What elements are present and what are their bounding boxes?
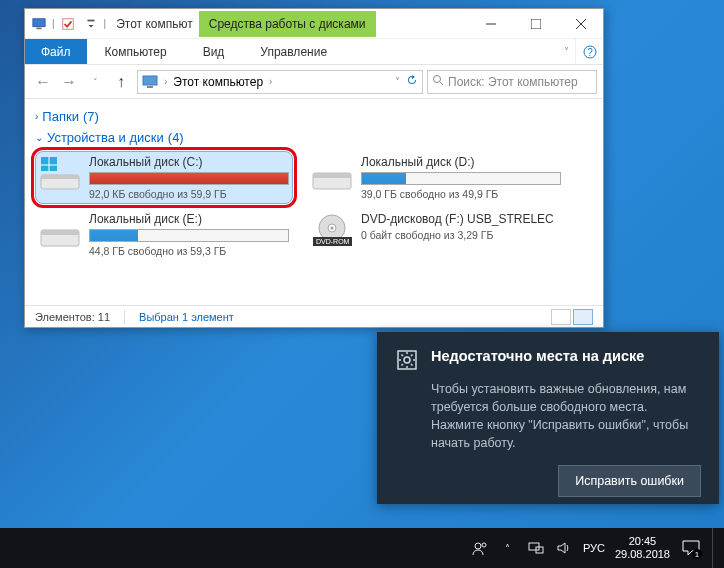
svg-point-26 — [475, 543, 481, 549]
svg-point-12 — [434, 76, 441, 83]
drive-capacity-bar — [361, 172, 561, 185]
drive-status: 92,0 КБ свободно из 59,9 ГБ — [89, 188, 289, 200]
taskbar-date: 29.08.2018 — [615, 548, 670, 561]
nav-history-button[interactable]: ˅ — [83, 70, 107, 94]
drive-name: Локальный диск (D:) — [361, 155, 561, 169]
checkbox-icon[interactable] — [58, 14, 78, 34]
view-tiles-button[interactable] — [573, 309, 593, 325]
qatoolbar-separator: | — [104, 18, 107, 29]
taskbar: ˄ РУС 20:45 29.08.2018 1 — [0, 528, 724, 568]
tab-computer[interactable]: Компьютер — [87, 39, 185, 64]
drive-status: 44,8 ГБ свободно из 59,3 ГБ — [89, 245, 289, 257]
qatoolbar-separator: | — [52, 18, 55, 29]
svg-rect-2 — [62, 18, 73, 29]
status-elements: Элементов: 11 — [35, 311, 110, 323]
window-title: Этот компьют — [116, 17, 193, 31]
drive-status: 0 байт свободно из 3,29 ГБ — [361, 229, 561, 241]
address-dropdown-icon[interactable]: ˅ — [395, 76, 400, 87]
language-indicator[interactable]: РУС — [583, 542, 605, 554]
drive-capacity-bar — [89, 229, 289, 242]
nav-up-button[interactable]: ↑ — [109, 70, 133, 94]
svg-point-27 — [482, 543, 486, 547]
svg-rect-0 — [33, 18, 45, 26]
refresh-icon[interactable] — [406, 74, 418, 89]
drive-c[interactable]: Локальный диск (C:) 92,0 КБ свободно из … — [35, 151, 293, 204]
thispc-icon — [29, 14, 49, 34]
close-button[interactable] — [558, 9, 603, 39]
svg-rect-18 — [313, 173, 351, 178]
svg-rect-20 — [41, 230, 79, 235]
svg-rect-3 — [87, 19, 94, 21]
chevron-down-icon: ⌄ — [35, 132, 43, 143]
explorer-window: | | Этот компьют Средства работы с диска… — [24, 8, 604, 328]
svg-point-25 — [404, 357, 410, 363]
ribbon-expand-icon[interactable]: ˅ — [558, 39, 575, 64]
ribbon-tabs: Файл Компьютер Вид Управление ˅ ? — [25, 39, 603, 65]
drive-d[interactable]: Локальный диск (D:) 39,0 ГБ свободно из … — [307, 151, 565, 204]
drive-icon — [39, 212, 81, 248]
ribbon-contextual-tab[interactable]: Средства работы с дисками — [199, 11, 376, 37]
thispc-icon — [142, 74, 158, 90]
group-count: (4) — [168, 130, 184, 145]
svg-text:?: ? — [587, 47, 593, 58]
drive-f-dvd[interactable]: DVD-ROM DVD-дисковод (F:) USB_STRELEC 0 … — [307, 208, 565, 261]
content-area: › Папки (7) ⌄ Устройства и диски (4) Лок… — [25, 99, 603, 307]
minimize-button[interactable] — [468, 9, 513, 39]
settings-icon — [395, 348, 419, 372]
notification-badge: 1 — [692, 549, 702, 559]
group-count: (7) — [83, 109, 99, 124]
show-desktop-button[interactable] — [712, 528, 718, 568]
volume-icon[interactable] — [555, 539, 573, 557]
notification-body: Чтобы установить важные обновления, нам … — [431, 380, 701, 453]
status-bar: Элементов: 11 Выбран 1 элемент — [25, 305, 603, 327]
help-button[interactable]: ? — [575, 39, 603, 64]
drive-name: Локальный диск (C:) — [89, 155, 289, 169]
svg-rect-10 — [143, 76, 157, 85]
svg-point-23 — [331, 227, 334, 230]
search-placeholder: Поиск: Этот компьютер — [448, 75, 578, 89]
fix-errors-button[interactable]: Исправить ошибки — [558, 465, 701, 497]
nav-bar: ← → ˅ ↑ › Этот компьютер › ˅ Поиск: Этот… — [25, 65, 603, 99]
people-icon[interactable] — [471, 539, 489, 557]
drive-name: Локальный диск (E:) — [89, 212, 289, 226]
group-label: Папки — [42, 109, 79, 124]
notification-title: Недостаточно места на диске — [431, 348, 644, 364]
search-icon — [432, 74, 444, 89]
dvd-drive-icon: DVD-ROM — [311, 212, 353, 248]
status-selected: Выбран 1 элемент — [139, 311, 234, 323]
drive-name: DVD-дисковод (F:) USB_STRELEC — [361, 212, 561, 226]
tab-view[interactable]: Вид — [185, 39, 243, 64]
search-input[interactable]: Поиск: Этот компьютер — [427, 70, 597, 94]
drive-status: 39,0 ГБ свободно из 49,9 ГБ — [361, 188, 561, 200]
network-icon[interactable] — [527, 539, 545, 557]
group-folders[interactable]: › Папки (7) — [35, 109, 593, 124]
taskbar-clock[interactable]: 20:45 29.08.2018 — [615, 535, 670, 561]
maximize-button[interactable] — [513, 9, 558, 39]
drive-e[interactable]: Локальный диск (E:) 44,8 ГБ свободно из … — [35, 208, 293, 261]
action-center-icon[interactable]: 1 — [680, 537, 702, 559]
tab-manage[interactable]: Управление — [242, 39, 345, 64]
svg-rect-5 — [531, 19, 541, 29]
tab-file[interactable]: Файл — [25, 39, 87, 64]
svg-line-13 — [440, 82, 443, 85]
svg-rect-11 — [147, 86, 153, 88]
svg-rect-16 — [41, 175, 79, 179]
group-devices[interactable]: ⌄ Устройства и диски (4) — [35, 130, 593, 145]
qatoolbar-dropdown-icon[interactable] — [81, 14, 101, 34]
group-label: Устройства и диски — [47, 130, 164, 145]
tray-expand-icon[interactable]: ˄ — [499, 539, 517, 557]
drive-capacity-bar — [89, 172, 289, 185]
notification-toast[interactable]: Недостаточно места на диске Чтобы устано… — [377, 332, 719, 504]
nav-forward-button[interactable]: → — [57, 70, 81, 94]
title-bar: | | Этот компьют Средства работы с диска… — [25, 9, 603, 39]
svg-rect-1 — [36, 27, 41, 29]
drive-icon — [311, 155, 353, 191]
drive-icon — [39, 155, 81, 191]
breadcrumb[interactable]: Этот компьютер — [173, 75, 263, 89]
nav-back-button[interactable]: ← — [31, 70, 55, 94]
chevron-right-icon[interactable]: › — [269, 76, 272, 87]
view-details-button[interactable] — [551, 309, 571, 325]
dvd-rom-label: DVD-ROM — [313, 237, 352, 246]
chevron-right-icon: › — [164, 76, 167, 87]
address-bar[interactable]: › Этот компьютер › ˅ — [137, 70, 423, 94]
